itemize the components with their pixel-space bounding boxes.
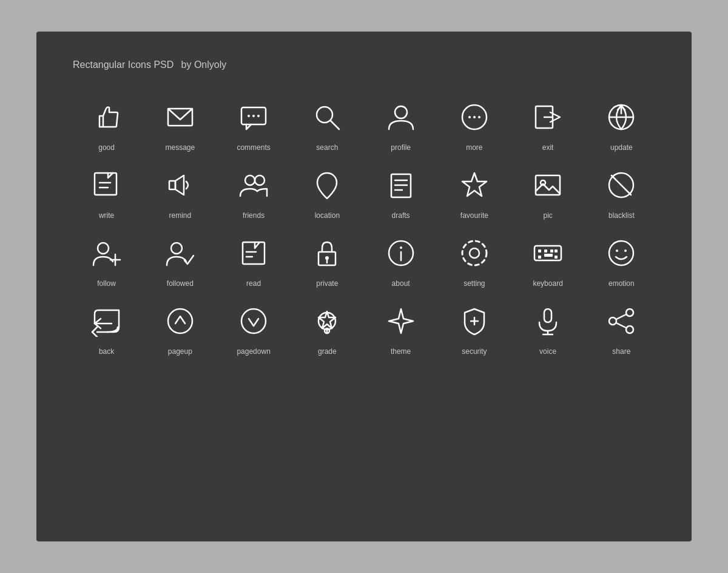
svg-point-22 — [255, 175, 265, 185]
blacklist-icon — [600, 164, 642, 206]
drafts-label: drafts — [392, 211, 410, 220]
setting-icon-item: setting — [440, 232, 508, 288]
svg-point-7 — [395, 106, 407, 118]
write-icon-item: write — [73, 164, 140, 220]
exit-icon-item: exit — [514, 96, 582, 152]
svg-point-10 — [473, 116, 476, 118]
svg-point-62 — [318, 313, 335, 330]
svg-rect-17 — [95, 173, 116, 195]
search-icon — [306, 96, 348, 138]
svg-marker-66 — [389, 309, 413, 333]
page-title: Rectangular Icons PSD by Onlyoly — [73, 56, 655, 72]
svg-point-36 — [171, 243, 182, 254]
good-label: good — [98, 143, 115, 152]
more-label: more — [466, 143, 482, 152]
back-icon — [86, 300, 128, 342]
svg-point-61 — [241, 309, 266, 333]
svg-rect-53 — [544, 254, 553, 257]
keyboard-icon-item: keyboard — [514, 232, 582, 288]
svg-point-46 — [470, 248, 479, 258]
svg-point-23 — [323, 179, 331, 186]
private-label: private — [316, 279, 338, 288]
exit-label: exit — [542, 143, 554, 152]
voice-icon-item: voice — [514, 300, 582, 356]
svg-rect-52 — [538, 256, 541, 259]
message-icon-item: message — [146, 96, 214, 152]
main-card: Rectangular Icons PSD by Onlyoly good — [36, 32, 692, 541]
svg-rect-51 — [550, 249, 553, 253]
grade-icon — [306, 300, 348, 342]
svg-point-4 — [257, 115, 260, 117]
svg-point-73 — [609, 317, 616, 325]
about-icon-item: about — [367, 232, 434, 288]
pagedown-icon — [232, 300, 275, 342]
write-label: write — [99, 211, 114, 220]
voice-icon — [527, 300, 569, 342]
location-label: location — [315, 211, 340, 220]
svg-point-9 — [468, 116, 471, 118]
emotion-label: emotion — [608, 279, 635, 288]
friends-icon — [232, 164, 275, 206]
followed-label: followed — [167, 279, 194, 288]
follow-icon — [86, 232, 128, 274]
follow-label: follow — [97, 279, 116, 288]
location-icon — [306, 164, 348, 206]
svg-line-76 — [616, 323, 626, 328]
profile-label: profile — [391, 143, 411, 152]
theme-icon — [380, 300, 422, 342]
emotion-icon-item: emotion — [588, 232, 655, 288]
svg-point-11 — [478, 116, 480, 118]
update-icon-item: update — [588, 96, 655, 152]
more-icon-item: more — [440, 96, 508, 152]
svg-rect-20 — [169, 181, 175, 189]
search-icon-item: search — [294, 96, 361, 152]
drafts-icon — [380, 164, 422, 206]
favourite-label: favourite — [460, 211, 488, 220]
write-icon — [86, 164, 128, 206]
svg-point-2 — [248, 115, 250, 117]
svg-rect-69 — [544, 309, 551, 322]
back-label: back — [99, 347, 114, 356]
pic-icon — [527, 164, 569, 206]
update-label: update — [610, 143, 633, 152]
favourite-icon-item: favourite — [440, 164, 508, 220]
pagedown-icon-item: pagedown — [220, 300, 288, 356]
comments-label: comments — [237, 143, 270, 152]
pageup-icon — [159, 300, 201, 342]
pagedown-label: pagedown — [237, 347, 270, 356]
svg-point-57 — [616, 249, 618, 252]
pic-icon-item: pic — [514, 164, 582, 220]
read-icon — [232, 232, 275, 274]
grade-label: grade — [318, 347, 337, 356]
keyboard-label: keyboard — [533, 279, 562, 288]
theme-icon-item: theme — [367, 300, 434, 356]
svg-point-45 — [400, 246, 402, 249]
svg-point-21 — [245, 175, 255, 185]
remind-label: remind — [169, 211, 192, 220]
emotion-icon — [600, 232, 642, 274]
setting-icon — [453, 232, 496, 274]
remind-icon-item: remind — [146, 164, 214, 220]
more-icon — [453, 96, 496, 138]
message-icon — [159, 96, 201, 138]
svg-point-56 — [609, 241, 633, 265]
share-icon-item: share — [588, 300, 655, 356]
read-icon-item: read — [220, 232, 288, 288]
friends-label: friends — [243, 211, 265, 220]
svg-rect-37 — [243, 242, 265, 264]
svg-rect-55 — [554, 256, 558, 259]
profile-icon-item: profile — [367, 96, 434, 152]
svg-point-58 — [624, 249, 627, 252]
security-icon-item: security — [440, 300, 508, 356]
search-label: search — [316, 143, 338, 152]
grade-icon-item: grade — [294, 300, 361, 356]
svg-line-75 — [616, 314, 626, 319]
good-icon — [86, 96, 128, 138]
back-icon-item: back — [73, 300, 140, 356]
security-icon — [453, 300, 496, 342]
friends-icon-item: friends — [220, 164, 288, 220]
svg-point-72 — [626, 309, 633, 316]
followed-icon-item: followed — [146, 232, 214, 288]
drafts-icon-item: drafts — [367, 164, 434, 220]
security-label: security — [462, 347, 487, 356]
